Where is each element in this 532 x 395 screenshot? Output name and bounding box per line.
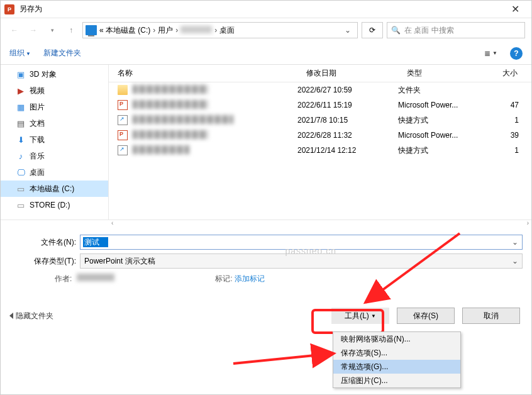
up-button[interactable]: ↑ [64,23,79,38]
disk-icon: ▭ [16,200,26,210]
download-icon: ⬇ [16,135,26,145]
crumb[interactable]: 用户 [158,25,173,36]
organize-menu[interactable]: 组织▼ [9,48,31,58]
file-area: 名称 修改日期 类型 大小 2022/6/27 10:59文件夹 2022/6/… [109,65,531,220]
triangle-icon [9,313,13,319]
main-area: ▣3D 对象 ▶视频 ▦图片 ▤文档 ⬇下载 ♪音乐 🖵桌面 ▭本地磁盘 (C:… [1,65,531,220]
crumb[interactable] [180,26,212,35]
search-placeholder: 在 桌面 中搜索 [404,25,454,36]
powerpoint-app-icon: P [4,4,14,14]
sidebar-item-3d[interactable]: ▣3D 对象 [1,66,108,82]
button-row: 隐藏文件夹 工具(L) ▼ 保存(S) 取消 [1,300,531,331]
file-row[interactable]: 2022/6/11 15:19Microsoft Power...47 [109,97,531,113]
crumb[interactable]: « 本地磁盘 (C:) [99,25,150,36]
video-icon: ▶ [16,86,26,96]
hide-folders-toggle[interactable]: 隐藏文件夹 [9,311,53,321]
sidebar: ▣3D 对象 ▶视频 ▦图片 ▤文档 ⬇下载 ♪音乐 🖵桌面 ▭本地磁盘 (C:… [1,65,109,220]
filename-field[interactable] [83,237,108,247]
author-value[interactable] [77,274,114,281]
col-date[interactable]: 修改日期 [297,68,398,79]
recent-chevron-icon[interactable]: ▾ [45,23,60,38]
sidebar-item-ddrive[interactable]: ▭STORE (D:) [1,197,108,213]
sidebar-item-pictures[interactable]: ▦图片 [1,99,108,115]
chevron-down-icon[interactable]: ⌄ [512,238,518,247]
desktop-icon: 🖵 [16,167,26,177]
col-name[interactable]: 名称 [109,68,297,79]
file-row[interactable]: 2021/12/14 12:12快捷方式1 [109,143,531,158]
scroll-right-icon[interactable]: › [527,220,529,226]
chevron-down-icon[interactable]: ⌄ [341,26,355,35]
menu-item-map-drive[interactable]: 映射网络驱动器(N)... [333,332,460,346]
tag-label: 标记: [215,274,232,283]
disk-icon: ▭ [16,184,26,194]
tools-dropdown: 映射网络驱动器(N)... 保存选项(S)... 常规选项(G)... 压缩图片… [333,331,461,388]
titlebar: P 另存为 ✕ [1,1,531,18]
sidebar-item-downloads[interactable]: ⬇下载 [1,131,108,148]
watermark: passneo.cn [285,246,336,256]
sidebar-item-desktop[interactable]: 🖵桌面 [1,164,108,181]
menu-item-save-options[interactable]: 保存选项(S)... [333,346,460,360]
svg-line-1 [233,353,334,364]
back-button[interactable]: ← [7,23,22,38]
help-button[interactable]: ? [510,47,523,60]
ppt-icon [118,100,128,110]
crumb[interactable]: 桌面 [219,25,235,36]
cube-icon: ▣ [16,69,26,79]
sidebar-item-music[interactable]: ♪音乐 [1,148,108,164]
window-title: 另存为 [19,4,502,14]
doc-icon: ▤ [16,118,26,128]
refresh-button[interactable]: ⟳ [362,22,383,38]
forward-button[interactable]: → [26,23,41,38]
savetype-label: 保存类型(T): [26,256,76,267]
cancel-button[interactable]: 取消 [462,308,520,324]
music-icon: ♪ [16,151,26,161]
new-folder-button[interactable]: 新建文件夹 [43,48,81,58]
pc-icon [86,25,97,35]
file-row[interactable]: 2022/6/28 11:32Microsoft Power...39 [109,128,531,143]
column-headers: 名称 修改日期 类型 大小 [109,65,531,82]
form-area: 文件名(N): ⌄ 保存类型(T): PowerPoint 演示文稿 ⌄ 作者:… [1,228,531,289]
annotation-arrow [233,350,346,370]
tools-button[interactable]: 工具(L) ▼ [331,308,389,324]
view-mode-button[interactable]: ≣ ▼ [484,49,497,58]
menu-item-general-options[interactable]: 常规选项(G)... [333,360,460,374]
file-list: 2022/6/27 10:59文件夹 2022/6/11 15:19Micros… [109,82,531,220]
breadcrumb[interactable]: « 本地磁盘 (C:)› 用户› › 桌面 ⌄ [82,22,358,38]
ppt-icon [118,130,128,140]
nav-row: ← → ▾ ↑ « 本地磁盘 (C:)› 用户› › 桌面 ⌄ ⟳ 🔍 在 桌面… [1,18,531,42]
savetype-value: PowerPoint 演示文稿 [84,256,155,267]
filename-label: 文件名(N): [26,237,76,248]
folder-icon [118,85,128,95]
add-tag-link[interactable]: 添加标记 [235,274,265,283]
sidebar-item-video[interactable]: ▶视频 [1,82,108,99]
search-icon: 🔍 [391,26,401,35]
image-icon: ▦ [16,102,26,112]
sidebar-item-documents[interactable]: ▤文档 [1,115,108,131]
shortcut-icon [118,145,128,155]
chevron-down-icon[interactable]: ⌄ [512,257,518,265]
author-label: 作者: [55,274,72,283]
sidebar-item-cdrive[interactable]: ▭本地磁盘 (C:) [1,181,108,197]
file-row[interactable]: 2021/7/8 10:15快捷方式1 [109,113,531,128]
shortcut-icon [118,115,128,125]
toolbar: 组织▼ 新建文件夹 ≣ ▼ ? [1,42,531,65]
menu-item-compress[interactable]: 压缩图片(C)... [333,374,460,387]
scroll-hint: ‹ › [1,220,531,228]
file-row[interactable]: 2022/6/27 10:59文件夹 [109,82,531,97]
search-input[interactable]: 🔍 在 桌面 中搜索 [387,22,525,38]
close-button[interactable]: ✕ [502,3,528,15]
save-button[interactable]: 保存(S) [397,308,455,324]
col-size[interactable]: 大小 [486,68,524,79]
scroll-left-icon[interactable]: ‹ [111,220,113,226]
col-type[interactable]: 类型 [398,68,486,79]
